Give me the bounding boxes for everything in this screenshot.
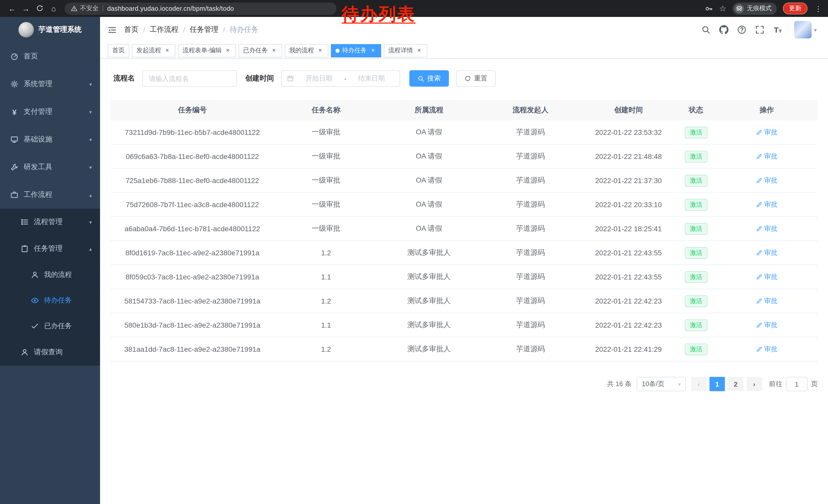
help-icon[interactable] (737, 25, 746, 34)
sidebar-item-payment[interactable]: ¥ 支付管理 ▾ (0, 98, 100, 126)
app-logo[interactable]: 芋道管理系统 (0, 17, 100, 43)
sidebar-item-workflow[interactable]: 工作流程 ▴ (0, 181, 100, 209)
font-size-icon[interactable] (773, 25, 782, 34)
cell-task-id: a6aba0a4-7b6d-11ec-b781-acde48001122 (110, 225, 275, 233)
table-row: 580e1b3d-7ac8-11ec-a9e2-a2380e71991a 1.1… (110, 313, 818, 337)
sidebar-item-task-mgmt[interactable]: 任务管理 ▴ (0, 235, 100, 262)
browser-home-icon[interactable]: ⌂ (47, 2, 60, 15)
sidebar-item-system[interactable]: 系统管理 ▾ (0, 70, 100, 98)
cell-starter: 芋道源码 (480, 224, 581, 233)
viewport: ← → ⌂ 不安全 dashboard.yudao.iocoder.cn/bpm… (0, 0, 828, 504)
chevron-down-icon: ▾ (89, 219, 92, 225)
tab-form-edit[interactable]: 流程表单-编辑 × (178, 44, 236, 57)
reset-button[interactable]: 重置 (456, 70, 496, 87)
approve-link[interactable]: 审批 (756, 320, 778, 330)
browser-back-icon[interactable]: ← (5, 2, 19, 15)
breadcrumb-workflow[interactable]: 工作流程 (150, 25, 178, 34)
cell-task-name: 1.2 (275, 297, 378, 305)
chevron-down-icon: ▾ (89, 81, 92, 87)
tags-view: 首页 发起流程 × 流程表单-编辑 × 已办任务 × 我的流程 × (100, 43, 828, 59)
active-dot (335, 48, 340, 53)
tab-start-process[interactable]: 发起流程 × (132, 44, 175, 57)
edit-icon (756, 250, 762, 256)
cell-process: 测试多审批人 (378, 345, 481, 354)
incognito-badge[interactable]: 无痕模式 (733, 2, 777, 15)
fullscreen-icon[interactable] (755, 25, 764, 34)
close-icon[interactable]: × (271, 47, 278, 54)
prev-page-button[interactable]: ‹ (691, 377, 706, 391)
table-row: 8f059c03-7ac8-11ec-a9e2-a2380e71991a 1.1… (110, 265, 818, 289)
tab-done-tasks[interactable]: 已办任务 × (239, 44, 282, 57)
bookmark-star-icon[interactable]: ☆ (719, 4, 727, 13)
date-range-picker[interactable]: 开始日期 - 结束日期 (281, 70, 400, 87)
next-page-button[interactable]: › (746, 377, 762, 391)
app-title: 芋道管理系统 (38, 25, 82, 34)
chevron-up-icon: ▴ (89, 192, 92, 198)
tab-home[interactable]: 首页 (108, 44, 129, 57)
address-bar[interactable]: 不安全 dashboard.yudao.iocoder.cn/bpm/task/… (65, 2, 336, 15)
status-badge: 激活 (685, 295, 707, 307)
approve-link[interactable]: 审批 (756, 296, 778, 306)
browser-forward-icon[interactable]: → (19, 2, 33, 15)
process-name-input[interactable] (142, 70, 237, 87)
sidebar-item-my-process[interactable]: 我的流程 (0, 262, 100, 288)
sidebar-item-infra[interactable]: 基础设施 ▾ (0, 126, 100, 153)
approve-link[interactable]: 审批 (756, 152, 778, 161)
search-icon (418, 75, 424, 82)
tab-todo-tasks[interactable]: 待办任务 × (331, 44, 381, 57)
sidebar-item-todo-tasks[interactable]: 待办任务 (0, 288, 100, 313)
page-button-2[interactable]: 2 (728, 377, 743, 391)
tab-my-process[interactable]: 我的流程 × (285, 44, 328, 57)
close-icon[interactable]: × (416, 47, 423, 54)
cell-starter: 芋道源码 (480, 248, 581, 258)
user-menu[interactable]: ▾ (794, 21, 817, 39)
goto-page-input[interactable] (786, 377, 808, 391)
sidebar-item-leave-query[interactable]: 请假查询 (0, 339, 100, 366)
sidebar-item-process-mgmt[interactable]: 流程管理 ▾ (0, 209, 100, 235)
close-icon[interactable]: × (369, 47, 377, 54)
cell-starter: 芋道源码 (480, 128, 581, 137)
browser-menu-icon[interactable]: ⋮ (814, 4, 823, 12)
sidebar-item-done-tasks[interactable]: 已办任务 (0, 313, 100, 339)
cell-task-id: 8f0d1619-7ac8-11ec-a9e2-a2380e71991a (110, 249, 275, 257)
close-icon[interactable]: × (317, 47, 324, 54)
browser-reload-icon[interactable] (33, 2, 47, 15)
sidebar-item-home[interactable]: 首页 (0, 43, 100, 70)
tab-process-detail[interactable]: 流程详情 × (384, 44, 427, 57)
total-count: 共 16 条 (607, 379, 631, 388)
approve-link[interactable]: 审批 (756, 200, 778, 209)
key-icon[interactable] (705, 4, 713, 12)
annotation-text: 待办列表 (342, 3, 416, 26)
chevron-down-icon: ▾ (89, 137, 92, 142)
cell-task-name: 1.2 (275, 249, 378, 257)
search-icon[interactable] (701, 25, 710, 34)
cell-task-id: 73211d9d-7b9b-11ec-b5b7-acde48001122 (110, 128, 275, 136)
user-icon (31, 271, 39, 279)
cell-process: 测试多审批人 (378, 296, 481, 306)
github-icon[interactable] (719, 25, 729, 34)
cell-create-time: 2022-01-22 23:53:32 (581, 128, 676, 136)
close-icon[interactable]: × (224, 47, 232, 54)
breadcrumb-task-mgmt[interactable]: 任务管理 (190, 25, 218, 34)
approve-link[interactable]: 审批 (756, 272, 778, 281)
cell-create-time: 2022-01-22 20:33:10 (581, 200, 676, 209)
approve-link[interactable]: 审批 (756, 224, 778, 233)
page-button-1[interactable]: 1 (709, 377, 725, 391)
search-button[interactable]: 搜索 (409, 70, 449, 87)
update-button[interactable]: 更新 (783, 3, 808, 14)
avatar (794, 21, 812, 39)
sidebar-toggle-button[interactable] (100, 17, 124, 43)
cell-task-name: 一级审批 (275, 200, 378, 209)
approve-link[interactable]: 审批 (756, 345, 778, 354)
col-actions: 操作 (716, 106, 818, 115)
approve-link[interactable]: 审批 (756, 128, 778, 137)
cell-task-id: 381aa1dd-7ac8-11ec-a9e2-a2380e71991a (110, 345, 275, 353)
cell-starter: 芋道源码 (480, 296, 581, 306)
close-icon[interactable]: × (164, 47, 171, 54)
breadcrumb-home[interactable]: 首页 (124, 25, 138, 34)
page-size-select[interactable]: 10条/页 ▾ (637, 377, 686, 391)
approve-link[interactable]: 审批 (756, 248, 778, 258)
approve-link[interactable]: 审批 (756, 176, 778, 185)
cell-starter: 芋道源码 (480, 272, 581, 281)
sidebar-item-devtools[interactable]: 研发工具 ▾ (0, 153, 100, 181)
